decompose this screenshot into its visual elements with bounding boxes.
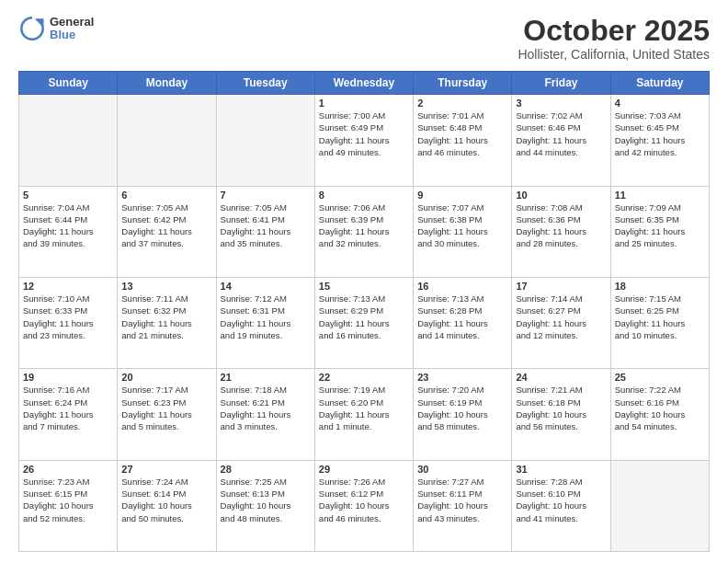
day-header-monday: Monday [118, 72, 216, 95]
day-info: Sunrise: 7:12 AM Sunset: 6:31 PM Dayligh… [221, 293, 311, 341]
day-number: 17 [516, 281, 606, 292]
day-info: Sunrise: 7:17 AM Sunset: 6:23 PM Dayligh… [121, 384, 211, 432]
svg-marker-0 [35, 18, 43, 27]
day-info: Sunrise: 7:04 AM Sunset: 6:44 PM Dayligh… [23, 201, 113, 250]
logo-general-text: General [50, 16, 94, 29]
day-info: Sunrise: 7:24 AM Sunset: 6:14 PM Dayligh… [121, 476, 211, 524]
day-number: 27 [121, 464, 211, 475]
calendar-cell [610, 460, 709, 551]
day-info: Sunrise: 7:18 AM Sunset: 6:21 PM Dayligh… [221, 384, 311, 432]
day-info: Sunrise: 7:19 AM Sunset: 6:20 PM Dayligh… [319, 384, 409, 432]
day-number: 1 [319, 98, 409, 109]
day-header-thursday: Thursday [414, 72, 512, 95]
logo-blue-text: Blue [50, 29, 94, 41]
day-header-sunday: Sunday [19, 72, 118, 95]
calendar-cell: 1Sunrise: 7:00 AM Sunset: 6:49 PM Daylig… [314, 95, 413, 186]
day-info: Sunrise: 7:05 AM Sunset: 6:42 PM Dayligh… [121, 201, 211, 250]
day-number: 22 [319, 372, 409, 383]
calendar-cell: 10Sunrise: 7:08 AM Sunset: 6:36 PM Dayli… [512, 186, 610, 277]
day-info: Sunrise: 7:13 AM Sunset: 6:28 PM Dayligh… [417, 293, 507, 341]
logo: General Blue [18, 15, 94, 42]
day-number: 29 [319, 464, 409, 475]
calendar-cell [19, 95, 118, 186]
day-info: Sunrise: 7:22 AM Sunset: 6:16 PM Dayligh… [615, 384, 705, 432]
day-info: Sunrise: 7:11 AM Sunset: 6:32 PM Dayligh… [121, 293, 211, 341]
calendar-cell: 22Sunrise: 7:19 AM Sunset: 6:20 PM Dayli… [314, 369, 413, 460]
calendar-cell: 31Sunrise: 7:28 AM Sunset: 6:10 PM Dayli… [512, 460, 610, 551]
calendar-cell: 23Sunrise: 7:20 AM Sunset: 6:19 PM Dayli… [414, 369, 512, 460]
day-header-wednesday: Wednesday [314, 72, 413, 95]
header: General Blue October 2025 Hollister, Cal… [18, 15, 710, 62]
day-info: Sunrise: 7:00 AM Sunset: 6:49 PM Dayligh… [319, 109, 409, 158]
calendar-table: SundayMondayTuesdayWednesdayThursdayFrid… [18, 71, 710, 552]
day-info: Sunrise: 7:28 AM Sunset: 6:10 PM Dayligh… [516, 476, 606, 524]
calendar-cell: 15Sunrise: 7:13 AM Sunset: 6:29 PM Dayli… [314, 277, 413, 368]
day-info: Sunrise: 7:21 AM Sunset: 6:18 PM Dayligh… [516, 384, 606, 432]
day-number: 25 [615, 372, 705, 383]
day-number: 10 [516, 190, 606, 201]
calendar-cell [118, 95, 216, 186]
day-info: Sunrise: 7:27 AM Sunset: 6:11 PM Dayligh… [417, 476, 507, 524]
calendar-cell: 13Sunrise: 7:11 AM Sunset: 6:32 PM Dayli… [118, 277, 216, 368]
calendar-header-row: SundayMondayTuesdayWednesdayThursdayFrid… [19, 72, 710, 95]
calendar-cell: 29Sunrise: 7:26 AM Sunset: 6:12 PM Dayli… [314, 460, 413, 551]
day-number: 8 [319, 190, 409, 201]
day-info: Sunrise: 7:06 AM Sunset: 6:39 PM Dayligh… [319, 201, 409, 250]
day-number: 16 [417, 281, 507, 292]
calendar-cell: 30Sunrise: 7:27 AM Sunset: 6:11 PM Dayli… [414, 460, 512, 551]
day-number: 5 [23, 190, 113, 201]
day-number: 6 [121, 190, 211, 201]
calendar-cell: 7Sunrise: 7:05 AM Sunset: 6:41 PM Daylig… [216, 186, 314, 277]
day-number: 20 [121, 372, 211, 383]
day-header-tuesday: Tuesday [216, 72, 314, 95]
calendar-cell: 14Sunrise: 7:12 AM Sunset: 6:31 PM Dayli… [216, 277, 314, 368]
calendar-cell: 19Sunrise: 7:16 AM Sunset: 6:24 PM Dayli… [19, 369, 118, 460]
day-info: Sunrise: 7:26 AM Sunset: 6:12 PM Dayligh… [319, 476, 409, 524]
calendar-cell: 17Sunrise: 7:14 AM Sunset: 6:27 PM Dayli… [512, 277, 610, 368]
day-info: Sunrise: 7:10 AM Sunset: 6:33 PM Dayligh… [23, 293, 113, 341]
calendar-cell: 12Sunrise: 7:10 AM Sunset: 6:33 PM Dayli… [19, 277, 118, 368]
day-info: Sunrise: 7:16 AM Sunset: 6:24 PM Dayligh… [23, 384, 113, 432]
day-number: 7 [221, 190, 311, 201]
calendar-cell: 8Sunrise: 7:06 AM Sunset: 6:39 PM Daylig… [314, 186, 413, 277]
logo-text: General Blue [50, 16, 94, 42]
day-number: 23 [417, 372, 507, 383]
day-number: 9 [417, 190, 507, 201]
day-number: 21 [221, 372, 311, 383]
day-header-friday: Friday [512, 72, 610, 95]
day-number: 3 [516, 98, 606, 109]
day-number: 15 [319, 281, 409, 292]
calendar-cell: 16Sunrise: 7:13 AM Sunset: 6:28 PM Dayli… [414, 277, 512, 368]
calendar-cell: 6Sunrise: 7:05 AM Sunset: 6:42 PM Daylig… [118, 186, 216, 277]
calendar-cell: 26Sunrise: 7:23 AM Sunset: 6:15 PM Dayli… [19, 460, 118, 551]
calendar-cell [216, 95, 314, 186]
day-number: 31 [516, 464, 606, 475]
calendar-cell: 24Sunrise: 7:21 AM Sunset: 6:18 PM Dayli… [512, 369, 610, 460]
day-info: Sunrise: 7:03 AM Sunset: 6:45 PM Dayligh… [615, 109, 705, 158]
day-number: 28 [221, 464, 311, 475]
page: General Blue October 2025 Hollister, Cal… [0, 0, 728, 563]
day-info: Sunrise: 7:15 AM Sunset: 6:25 PM Dayligh… [615, 293, 705, 341]
calendar-cell: 4Sunrise: 7:03 AM Sunset: 6:45 PM Daylig… [610, 95, 709, 186]
calendar-cell: 2Sunrise: 7:01 AM Sunset: 6:48 PM Daylig… [414, 95, 512, 186]
day-info: Sunrise: 7:05 AM Sunset: 6:41 PM Dayligh… [221, 201, 311, 250]
day-number: 19 [23, 372, 113, 383]
logo-icon [18, 15, 46, 42]
day-info: Sunrise: 7:25 AM Sunset: 6:13 PM Dayligh… [221, 476, 311, 524]
calendar-cell: 3Sunrise: 7:02 AM Sunset: 6:46 PM Daylig… [512, 95, 610, 186]
day-info: Sunrise: 7:01 AM Sunset: 6:48 PM Dayligh… [417, 109, 507, 158]
calendar-cell: 18Sunrise: 7:15 AM Sunset: 6:25 PM Dayli… [610, 277, 709, 368]
day-number: 2 [417, 98, 507, 109]
calendar-cell: 11Sunrise: 7:09 AM Sunset: 6:35 PM Dayli… [610, 186, 709, 277]
calendar-title: October 2025 [518, 15, 710, 47]
day-info: Sunrise: 7:02 AM Sunset: 6:46 PM Dayligh… [516, 109, 606, 158]
calendar-cell: 20Sunrise: 7:17 AM Sunset: 6:23 PM Dayli… [118, 369, 216, 460]
day-number: 26 [23, 464, 113, 475]
day-info: Sunrise: 7:07 AM Sunset: 6:38 PM Dayligh… [417, 201, 507, 250]
calendar-week-row: 12Sunrise: 7:10 AM Sunset: 6:33 PM Dayli… [19, 277, 710, 368]
day-info: Sunrise: 7:13 AM Sunset: 6:29 PM Dayligh… [319, 293, 409, 341]
day-info: Sunrise: 7:23 AM Sunset: 6:15 PM Dayligh… [23, 476, 113, 524]
day-info: Sunrise: 7:09 AM Sunset: 6:35 PM Dayligh… [615, 201, 705, 250]
day-number: 13 [121, 281, 211, 292]
calendar-week-row: 26Sunrise: 7:23 AM Sunset: 6:15 PM Dayli… [19, 460, 710, 551]
